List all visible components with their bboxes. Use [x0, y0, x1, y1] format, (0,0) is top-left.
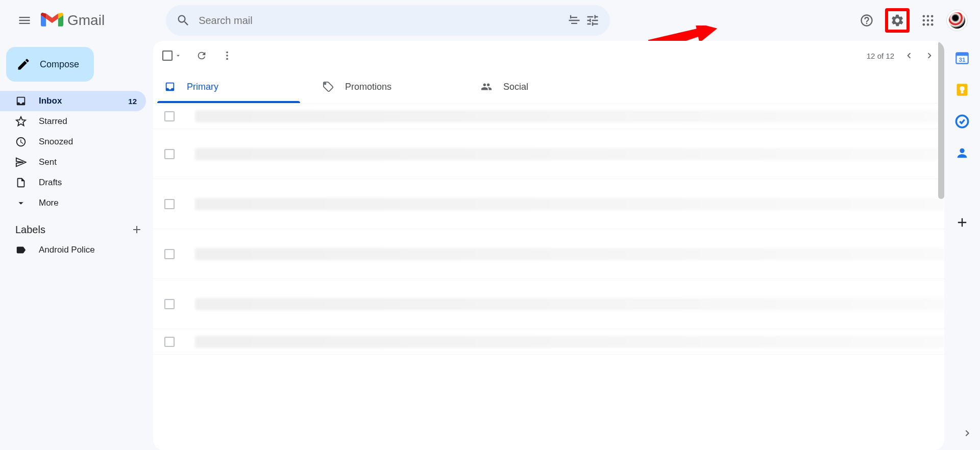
avatar-image	[949, 12, 965, 29]
main-menu-button[interactable]	[12, 8, 37, 33]
refresh-button[interactable]	[196, 50, 207, 61]
inbox-tab-icon	[164, 81, 176, 92]
gmail-title: Gmail	[67, 12, 105, 29]
nav-starred[interactable]: Starred	[0, 111, 146, 132]
nav-inbox[interactable]: Inbox 12	[0, 91, 146, 111]
prev-page-button[interactable]	[903, 50, 915, 61]
tune-icon[interactable]	[585, 13, 600, 28]
svg-point-19	[960, 86, 964, 91]
contacts-app[interactable]	[955, 146, 969, 160]
message-row[interactable]	[153, 279, 944, 329]
tab-social-label: Social	[503, 82, 528, 92]
nav-inbox-count: 12	[128, 97, 137, 106]
support-button[interactable]	[854, 8, 879, 33]
tab-primary[interactable]: Primary	[153, 70, 311, 103]
send-icon	[15, 157, 27, 168]
more-button[interactable]	[222, 50, 233, 61]
hamburger-icon	[17, 13, 32, 28]
tasks-app[interactable]	[955, 114, 969, 129]
contacts-icon	[955, 146, 969, 160]
sidebar: Compose Inbox 12 Starred Snoozed Sent	[0, 41, 153, 450]
svg-point-3	[927, 15, 929, 18]
gmail-logo[interactable]: Gmail	[41, 12, 105, 29]
scrollbar[interactable]	[938, 41, 944, 199]
labels-header: Labels	[0, 213, 153, 240]
tasks-icon	[955, 114, 969, 129]
nav-more-label: More	[39, 198, 137, 208]
message-row[interactable]	[153, 129, 944, 179]
row-checkbox[interactable]	[164, 111, 175, 121]
message-row[interactable]	[153, 179, 944, 229]
compose-button[interactable]: Compose	[6, 47, 94, 82]
chevron-down-icon	[15, 197, 27, 209]
svg-point-13	[226, 55, 228, 57]
svg-rect-0	[570, 15, 571, 19]
google-apps-button[interactable]	[916, 8, 940, 33]
tab-primary-label: Primary	[187, 82, 218, 92]
svg-point-7	[931, 19, 934, 22]
people-icon	[481, 81, 492, 92]
compose-label: Compose	[40, 59, 79, 70]
svg-point-4	[931, 15, 934, 18]
svg-point-8	[923, 23, 925, 26]
get-addons[interactable]	[955, 215, 969, 230]
message-row[interactable]	[153, 329, 944, 355]
message-blurred	[195, 148, 944, 160]
tag-icon	[323, 81, 334, 92]
nav-starred-label: Starred	[39, 116, 137, 127]
nav-drafts-label: Drafts	[39, 178, 137, 188]
label-item-android-police[interactable]: Android Police	[0, 240, 146, 260]
row-checkbox[interactable]	[164, 249, 175, 259]
row-checkbox[interactable]	[164, 337, 175, 347]
calendar-icon: 31	[955, 51, 969, 65]
svg-point-5	[923, 19, 925, 22]
add-label-button[interactable]	[131, 223, 143, 236]
labels-title: Labels	[15, 224, 131, 236]
svg-point-22	[960, 148, 964, 153]
tab-promotions[interactable]: Promotions	[311, 70, 470, 103]
tab-social[interactable]: Social	[470, 70, 628, 103]
svg-rect-20	[961, 91, 964, 93]
header-right	[854, 8, 968, 33]
calendar-app[interactable]: 31	[955, 51, 969, 65]
clock-icon	[15, 136, 27, 147]
svg-point-9	[927, 23, 929, 26]
nav-sent[interactable]: Sent	[0, 152, 146, 172]
checkbox-icon	[162, 51, 173, 61]
select-all[interactable]	[162, 51, 182, 61]
nav-sent-label: Sent	[39, 157, 137, 167]
pencil-icon	[16, 57, 31, 71]
gmail-m-icon	[41, 12, 63, 29]
header: Gmail	[0, 0, 980, 41]
message-row[interactable]	[153, 229, 944, 279]
nav-folders: Inbox 12 Starred Snoozed Sent Drafts	[0, 91, 153, 213]
search-input[interactable]	[199, 15, 567, 27]
nav-snoozed[interactable]: Snoozed	[0, 132, 146, 152]
settings-button[interactable]	[885, 8, 910, 33]
side-panel: 31	[944, 45, 980, 230]
star-icon	[15, 116, 27, 127]
apps-grid-icon	[921, 13, 935, 28]
file-icon	[15, 177, 27, 188]
row-checkbox[interactable]	[164, 299, 175, 309]
inbox-icon	[15, 95, 27, 107]
search-bar[interactable]	[166, 5, 610, 36]
message-blurred	[195, 248, 944, 260]
nav-more[interactable]: More	[0, 193, 146, 213]
gear-icon	[890, 13, 904, 28]
row-checkbox[interactable]	[164, 199, 175, 209]
search-options-icon[interactable]	[567, 13, 581, 28]
message-row[interactable]	[153, 104, 944, 129]
toolbar: 12 of 12	[153, 41, 944, 70]
nav-drafts[interactable]: Drafts	[0, 172, 146, 193]
side-panel-toggle[interactable]	[959, 424, 976, 442]
next-page-button[interactable]	[924, 50, 935, 61]
keep-app[interactable]	[955, 83, 969, 97]
message-list	[153, 104, 944, 450]
plus-icon	[955, 215, 969, 230]
svg-point-10	[931, 23, 934, 26]
svg-point-12	[226, 52, 228, 54]
account-avatar[interactable]	[946, 10, 968, 31]
row-checkbox[interactable]	[164, 149, 175, 159]
nav-inbox-label: Inbox	[39, 96, 128, 106]
